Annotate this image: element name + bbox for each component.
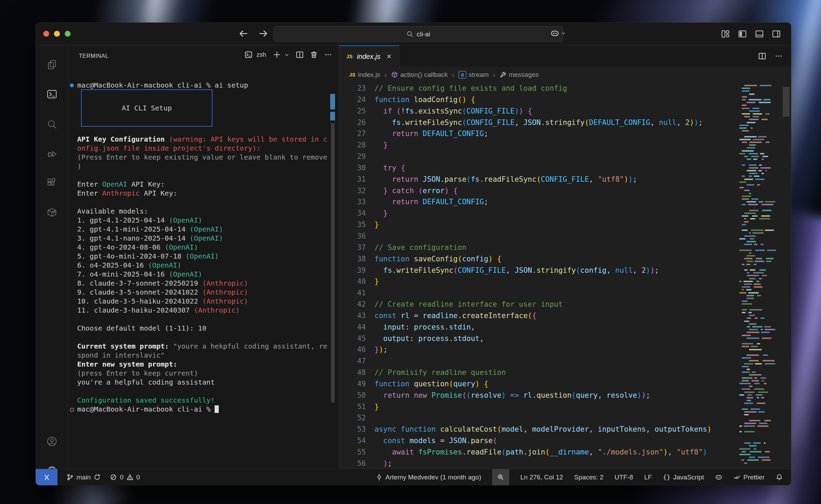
formatter-status[interactable]: Prettier (733, 474, 765, 481)
terminal-viewport[interactable]: AI CLI Setup mac@MacBook-Air-macbook cli… (68, 68, 339, 469)
extensions-icon[interactable] (46, 178, 57, 189)
minimap-line (747, 332, 759, 333)
breadcrumb-symbol-stream[interactable]: @ stream (459, 71, 489, 79)
minimap-line (747, 255, 755, 256)
git-branch-status[interactable]: main (66, 474, 101, 481)
indentation-status[interactable]: Spaces: 2 (574, 474, 604, 481)
close-window-button[interactable] (43, 31, 49, 37)
scrollbar-thumb[interactable] (331, 123, 335, 403)
minimap-line (744, 244, 752, 245)
breadcrumb-symbol-messages[interactable]: messages (499, 71, 539, 79)
minimap-line (742, 343, 753, 344)
problems-status[interactable]: 0 0 (110, 474, 140, 481)
minimap-line (744, 414, 749, 415)
code-line: 27 return DEFAULT_CONFIG; (339, 128, 791, 140)
minimap-line (749, 457, 755, 458)
explorer-files-icon[interactable] (46, 59, 57, 70)
minimap-line (749, 164, 757, 166)
chevron-down-icon[interactable] (284, 52, 290, 58)
minimap-line (752, 215, 757, 217)
shell-name[interactable]: zsh (256, 51, 266, 58)
minimap-line (742, 142, 747, 143)
code-text (366, 231, 375, 242)
editor-scrollbar-thumb[interactable] (783, 87, 790, 117)
eol-status[interactable]: LF (644, 474, 652, 481)
code-line: 24function loadConfig() { (339, 94, 791, 106)
terminal-output[interactable]: mac@MacBook-Air-macbook cli-ai % ai setu… (77, 81, 324, 414)
minimap-line (739, 383, 751, 384)
copilot-status[interactable] (715, 474, 722, 481)
run-and-debug-icon[interactable] (46, 148, 57, 159)
code-text: function question(query) { (366, 378, 488, 390)
terminal-line: 8. claude-3-7-sonnet-20250219 (Anthropic… (77, 279, 324, 288)
git-blame-status[interactable]: Artemy Medvedev (1 month ago) (376, 474, 481, 481)
code-text: ); (366, 458, 392, 469)
notifications-status[interactable] (776, 474, 783, 481)
toggle-secondary-sidebar-icon[interactable] (772, 29, 781, 38)
encoding-status[interactable]: UTF-8 (614, 474, 633, 481)
minimap-line (755, 317, 758, 319)
minimap-line (749, 374, 761, 376)
minimap-line (754, 176, 759, 177)
breadcrumb-symbol-callback[interactable]: action() callback (391, 71, 448, 79)
account-icon[interactable] (46, 436, 57, 447)
braces-icon: {} (663, 474, 670, 481)
zoom-status[interactable] (492, 469, 509, 485)
code-line: 28 } (339, 140, 791, 151)
minimap-line (747, 295, 754, 296)
maximize-window-button[interactable] (65, 31, 71, 37)
language-mode-status[interactable]: {} JavaScript (663, 474, 704, 481)
terminal-view-icon[interactable] (46, 89, 57, 100)
terminal-actions: zsh (244, 51, 332, 59)
minimap-line (764, 99, 770, 100)
customize-layout-icon[interactable] (721, 29, 730, 38)
minimap-line (762, 459, 770, 461)
minimap-line (761, 332, 770, 333)
minimap-line (742, 289, 744, 290)
minimap-line (754, 377, 757, 379)
terminal-line: 4. gpt-4o-2024-08-06 (OpenAI) (77, 243, 324, 252)
close-tab-icon[interactable]: × (387, 52, 391, 61)
copilot-menu[interactable] (550, 29, 566, 38)
remote-indicator[interactable] (36, 469, 57, 485)
minimap-line (742, 451, 746, 452)
minimap-line (764, 420, 771, 421)
toggle-primary-sidebar-icon[interactable] (738, 29, 747, 38)
minimap-line (744, 235, 756, 237)
more-actions-icon[interactable] (775, 52, 783, 60)
tab-index-js[interactable]: JS index.js × (339, 45, 399, 67)
code-editor[interactable]: 23// Ensure config file exists and load … (339, 83, 791, 469)
terminal-text: ) (77, 162, 81, 170)
minimap-line (763, 354, 768, 356)
minimap-line (749, 110, 760, 112)
forward-arrow-icon[interactable] (258, 28, 269, 39)
terminal-panel-title[interactable]: TERMINAL (79, 53, 109, 59)
code-line: 25 if (!fs.existsSync(CONFIG_FILE)) { (339, 106, 791, 117)
minimize-window-button[interactable] (54, 31, 60, 37)
minimap-line (744, 179, 753, 180)
back-arrow-icon[interactable] (238, 28, 249, 39)
kill-terminal-trash-icon[interactable] (310, 51, 318, 59)
toggle-panel-icon[interactable] (755, 29, 764, 38)
split-editor-icon[interactable] (758, 52, 766, 60)
new-terminal-icon[interactable] (273, 51, 281, 59)
split-terminal-icon[interactable] (296, 51, 304, 59)
minimap-line (744, 213, 756, 214)
command-center-search[interactable]: cli-ai (273, 26, 563, 42)
terminal-line: spond in interslavic" (77, 351, 324, 360)
minimap[interactable] (739, 83, 779, 469)
package-box-icon[interactable] (46, 207, 57, 218)
minimap-line (739, 281, 741, 282)
line-number: 38 (339, 253, 366, 265)
minimap-line (749, 278, 756, 279)
breadcrumb-file[interactable]: JS index.js (349, 71, 380, 79)
cursor-position-status[interactable]: Ln 276, Col 12 (520, 474, 563, 481)
terminal-line: Enter new system prompt: (77, 360, 324, 369)
code-text (366, 412, 375, 424)
search-view-icon[interactable] (46, 119, 57, 130)
minimap-line (760, 377, 766, 379)
terminal-scrollbar[interactable] (329, 68, 336, 469)
more-actions-icon[interactable] (324, 51, 332, 59)
code-text: return new Promise((resolve) => rl.quest… (366, 390, 650, 401)
line-number: 23 (339, 83, 366, 94)
